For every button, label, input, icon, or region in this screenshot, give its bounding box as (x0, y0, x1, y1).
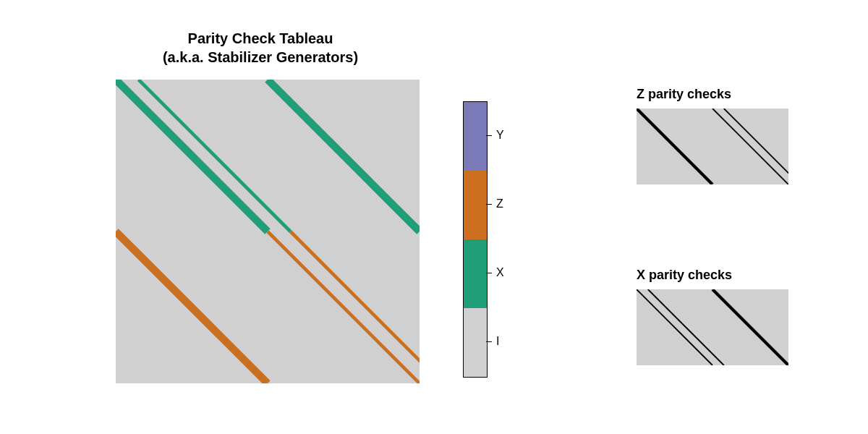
band-z-thin1 (268, 231, 420, 383)
x-checks-svg (637, 289, 788, 365)
band-x-main (116, 80, 268, 231)
band-x-right (268, 80, 420, 231)
cb-label-y: Y (496, 129, 504, 142)
z-band-2 (712, 109, 788, 184)
main-title-line2: (a.k.a. Stabilizer Generators) (163, 49, 358, 65)
x-band-3 (712, 289, 788, 365)
band-z-main (116, 231, 268, 383)
cb-label-i: I (496, 335, 499, 348)
z-band-3 (724, 109, 788, 184)
z-checks-svg (637, 109, 788, 184)
main-tableau-panel (116, 80, 420, 383)
cb-tick-y (486, 135, 492, 136)
x-checks-title: X parity checks (637, 268, 788, 283)
z-checks-panel (637, 109, 788, 184)
x-band-1 (637, 289, 712, 365)
main-title-line1: Parity Check Tableau (188, 30, 333, 46)
colorbar (463, 101, 488, 378)
x-checks-panel (637, 289, 788, 365)
z-checks-title: Z parity checks (637, 87, 788, 102)
z-band-1 (637, 109, 712, 184)
main-title: Parity Check Tableau (a.k.a. Stabilizer … (109, 29, 412, 67)
x-band-2 (648, 289, 724, 365)
cb-tick-z (486, 204, 492, 205)
band-x-thin (139, 80, 291, 231)
colorbar-seg-y (464, 102, 487, 171)
cb-label-z: Z (496, 197, 503, 210)
band-z-thin2 (291, 231, 420, 383)
cb-label-x: X (496, 266, 504, 279)
main-tableau-svg (116, 80, 420, 383)
colorbar-seg-i (464, 308, 487, 377)
cb-tick-x (486, 273, 492, 273)
colorbar-seg-x (464, 239, 487, 308)
cb-tick-i (486, 341, 492, 342)
colorbar-seg-z (464, 171, 487, 239)
